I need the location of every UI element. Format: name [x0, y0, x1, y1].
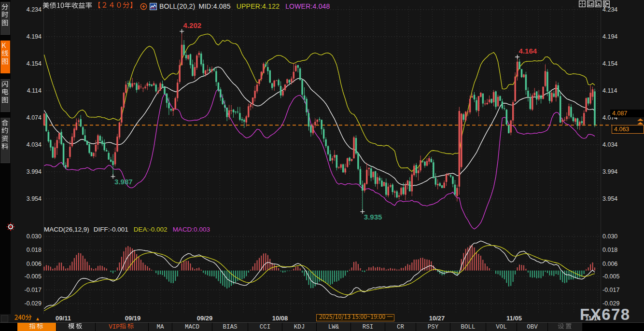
candle: [594, 89, 596, 127]
candle-body: [357, 153, 359, 169]
candle-body: [140, 87, 142, 87]
indicator-tab-kdj[interactable]: KDJ: [282, 323, 317, 331]
candle-body: [91, 152, 93, 156]
candle-body: [508, 125, 510, 133]
candle-body: [558, 85, 560, 96]
indicator-tab-macd-part: MACD: [185, 324, 199, 331]
candle-body: [377, 177, 378, 184]
indicator-tab-rsi[interactable]: RSI: [351, 323, 385, 331]
candle: [200, 52, 202, 67]
indicator-tab-psy[interactable]: PSY: [416, 323, 450, 331]
candle: [581, 116, 583, 125]
candle-body: [218, 83, 220, 91]
candle: [450, 175, 452, 178]
indicator-tab-boll[interactable]: BOLL: [450, 323, 486, 331]
sidebar-tab-char: [1, 50, 10, 58]
candle-body: [474, 95, 476, 99]
indicator-tab-ma[interactable]: MA: [149, 323, 172, 331]
sidebar-tab-flash[interactable]: [0, 79, 10, 112]
candle: [192, 60, 194, 77]
candle: [106, 148, 108, 152]
extreme-annotation: 3.935: [360, 209, 382, 221]
candle: [131, 78, 133, 88]
cjk-text-part: [565, 323, 571, 329]
indicator-tab-bias[interactable]: BIAS: [212, 323, 248, 331]
candle-body: [381, 180, 383, 187]
cjk-text-part: [65, 2, 71, 8]
indicator-tab-macd[interactable]: MACD: [172, 323, 212, 331]
candle-body: [170, 109, 172, 110]
indicator-tab-vip-part-part: V: [109, 324, 112, 331]
candle: [411, 172, 413, 196]
candle: [329, 150, 331, 161]
candle: [215, 68, 217, 86]
candle-body: [561, 120, 563, 122]
candle: [437, 179, 439, 189]
extreme-price-label: 4.202: [183, 21, 202, 29]
plus-circle-icon-part: [140, 2, 148, 11]
candle-body: [207, 70, 209, 70]
candle-body: [153, 83, 155, 85]
axis-compress-icon[interactable]: [587, 0, 594, 7]
sidebar-tab-char-part: [2, 50, 8, 56]
indicator-tab-cr[interactable]: CR: [385, 323, 416, 331]
indicator-tab-obv[interactable]: OBV: [517, 323, 548, 331]
indicator-tab-cci[interactable]: CCI: [248, 323, 282, 331]
indicator-tab-rsi-part: RSI: [363, 324, 374, 331]
candle-body: [497, 97, 499, 107]
sun-icon-part-part-part: [8, 224, 9, 225]
period-selector[interactable]: ▲: [14, 315, 40, 322]
candle-body: [228, 110, 230, 117]
candle-body: [267, 67, 269, 71]
candle-body: [411, 175, 413, 192]
indicator-tab-lw[interactable]: LW&: [317, 323, 351, 331]
chart-canvas[interactable]: 4.2023.9873.9354.164: [0, 0, 644, 331]
cjk-text-part: [320, 314, 322, 318]
candle-body: [246, 116, 248, 123]
sidebar-tab-kline[interactable]: [0, 41, 10, 73]
candle-body: [43, 114, 45, 125]
indicator-tab-[interactable]: [56, 323, 96, 331]
candle: [379, 176, 381, 184]
candle-body: [555, 84, 557, 97]
crosshair-icon[interactable]: [579, 0, 586, 7]
candle: [484, 100, 486, 106]
candle: [497, 95, 499, 107]
candle: [518, 59, 520, 69]
candle-body: [78, 121, 80, 122]
candle: [573, 114, 574, 123]
sun-icon-part: [7, 223, 15, 231]
candle-body: [220, 89, 222, 97]
indicator-tab-vol[interactable]: VOL: [486, 323, 517, 331]
indicator-tab-[interactable]: [548, 323, 583, 331]
candle-body: [181, 45, 183, 65]
candle-body: [566, 116, 568, 119]
axis-play-icon[interactable]: [595, 0, 602, 7]
candle-body: [149, 84, 151, 85]
candle: [84, 129, 86, 141]
candle: [344, 164, 346, 174]
macd-axis-label-left: -0.029: [0, 300, 42, 307]
candle: [510, 120, 512, 135]
candle: [459, 107, 461, 195]
sidebar-tab-contract[interactable]: [0, 118, 10, 163]
chart-header: BOLL(20,2)MID:4.085 UPPER:4.122 LOWER:4.…: [42, 1, 330, 11]
plus-circle-icon[interactable]: [138, 2, 150, 11]
corner-button[interactable]: [1, 315, 8, 322]
candle: [396, 190, 398, 198]
candle: [284, 84, 286, 91]
sidebar-tab-char-part: [2, 97, 8, 103]
candle-body: [250, 104, 252, 107]
candle-body: [375, 171, 377, 184]
candle-body: [312, 126, 314, 133]
candle-body: [185, 55, 187, 58]
sun-icon-part-part-part: [8, 229, 9, 230]
candle-body: [577, 118, 579, 125]
cjk-text-part: [374, 314, 377, 318]
candle-body: [263, 64, 265, 73]
cjk-text-part: [102, 2, 106, 7]
indicator-tab-[interactable]: [17, 323, 56, 331]
sidebar-tab-char-part: [2, 127, 8, 133]
indicator-tab-vip[interactable]: VIP: [96, 323, 149, 331]
candle-body: [493, 92, 495, 102]
